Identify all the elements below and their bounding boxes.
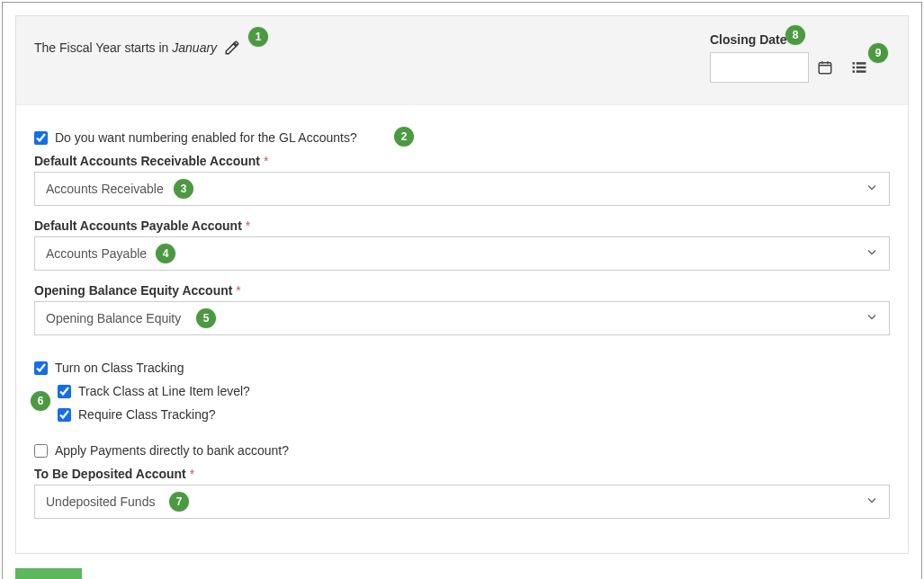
tbd-select-value: Undeposited Funds: [34, 485, 890, 519]
apply-payments-checkbox[interactable]: [34, 444, 48, 458]
svg-rect-5: [853, 62, 856, 65]
svg-rect-1: [819, 63, 831, 74]
numbering-enabled-checkbox[interactable]: [34, 131, 48, 145]
class-tracking-row: Turn on Class Tracking: [34, 361, 890, 375]
body-section: Do you want numbering enabled for the GL…: [16, 105, 908, 553]
list-icon[interactable]: [850, 58, 868, 76]
fiscal-year-prefix: The Fiscal Year starts in: [34, 40, 172, 55]
svg-rect-6: [857, 62, 866, 65]
obe-select[interactable]: Opening Balance Equity 5: [34, 301, 890, 335]
track-class-line-checkbox[interactable]: [58, 385, 71, 398]
apply-payments-label: Apply Payments directly to bank account?: [55, 443, 289, 458]
closing-date-input[interactable]: [710, 52, 809, 83]
numbering-enabled-row: Do you want numbering enabled for the GL…: [34, 130, 890, 145]
class-tracking-label: Turn on Class Tracking: [55, 361, 184, 375]
require-class-label: Require Class Tracking?: [78, 407, 216, 422]
settings-panel: The Fiscal Year starts in January 1 Clos…: [15, 15, 909, 554]
tbd-select[interactable]: Undeposited Funds 7: [34, 485, 890, 519]
required-marker: *: [264, 154, 268, 168]
fiscal-year-text: The Fiscal Year starts in January: [34, 40, 217, 55]
required-marker: *: [236, 283, 240, 298]
require-class-row: Require Class Tracking?: [58, 407, 890, 422]
required-marker: *: [246, 218, 250, 233]
ap-label: Default Accounts Payable Account *: [34, 218, 890, 233]
ar-select-value: Accounts Receivable: [34, 172, 890, 206]
track-class-line-row: Track Class at Line Item level?: [58, 384, 890, 398]
fiscal-year-row: The Fiscal Year starts in January 1: [34, 40, 240, 56]
svg-rect-8: [857, 67, 866, 69]
class-tracking-checkbox[interactable]: [34, 361, 48, 375]
tbd-label: To Be Deposited Account *: [34, 467, 890, 481]
callout-7: 7: [169, 492, 189, 512]
required-marker: *: [190, 467, 194, 481]
obe-label: Opening Balance Equity Account *: [34, 283, 890, 298]
callout-1: 1: [248, 27, 268, 47]
calendar-icon[interactable]: [816, 58, 834, 76]
save-button[interactable]: Save: [15, 568, 82, 579]
apply-payments-row: Apply Payments directly to bank account?: [34, 443, 890, 458]
callout-8: 8: [785, 25, 805, 45]
callout-9: 9: [868, 43, 888, 63]
class-tracking-group: Turn on Class Tracking Track Class at Li…: [34, 361, 890, 422]
page-container: The Fiscal Year starts in January 1 Clos…: [2, 2, 922, 579]
svg-rect-10: [857, 70, 866, 73]
closing-date-block: Closing Date: [710, 32, 868, 83]
numbering-enabled-label: Do you want numbering enabled for the GL…: [55, 130, 357, 145]
callout-3: 3: [174, 179, 193, 199]
require-class-checkbox[interactable]: [58, 408, 71, 422]
track-class-line-label: Track Class at Line Item level?: [78, 384, 250, 398]
fiscal-year-month: January: [172, 40, 217, 55]
callout-6: 6: [31, 391, 50, 411]
edit-fiscal-year-icon[interactable]: [224, 40, 240, 56]
header-section: The Fiscal Year starts in January 1 Clos…: [16, 16, 908, 105]
callout-5: 5: [196, 308, 216, 328]
ap-select[interactable]: Accounts Payable 4: [34, 236, 890, 271]
ar-label: Default Accounts Receivable Account *: [34, 154, 890, 168]
ar-select[interactable]: Accounts Receivable 3: [34, 172, 890, 206]
svg-rect-7: [853, 67, 856, 69]
closing-date-row: [710, 52, 868, 83]
callout-4: 4: [156, 244, 175, 263]
obe-select-value: Opening Balance Equity: [34, 301, 890, 335]
svg-rect-9: [853, 70, 856, 73]
callout-2: 2: [394, 127, 414, 147]
